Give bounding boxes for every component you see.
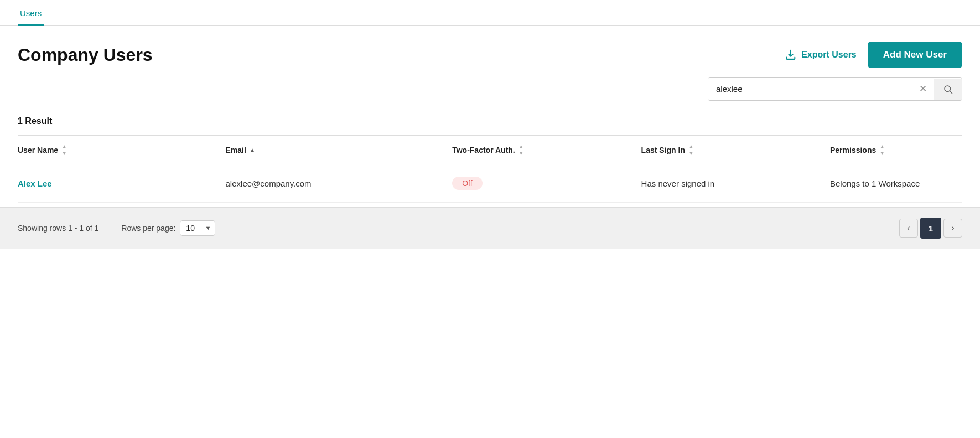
col-header-username[interactable]: User Name ▲ ▼ (18, 136, 226, 164)
rows-per-page-select[interactable]: 10 25 50 100 (180, 220, 215, 236)
sort-icon-email: ▲ (250, 147, 255, 153)
col-header-email[interactable]: Email ▲ (226, 136, 453, 164)
sort-icon-2fa: ▲ ▼ (518, 143, 524, 156)
users-table: User Name ▲ ▼ Email ▲ (18, 135, 962, 203)
page-title: Company Users (18, 45, 153, 65)
tab-users[interactable]: Users (18, 1, 44, 26)
search-clear-button[interactable]: ✕ (912, 84, 934, 94)
showing-rows-label: Showing rows 1 - 1 of 1 (18, 224, 98, 233)
result-count: 1 Result (0, 110, 980, 135)
header-actions: Export Users Add New User (785, 42, 962, 68)
search-box: ✕ (708, 77, 962, 101)
search-row: ✕ (0, 77, 980, 110)
tab-bar: Users (0, 0, 980, 26)
2fa-off-badge: Off (452, 177, 482, 190)
col-header-permissions[interactable]: Permissions ▲ ▼ (830, 136, 962, 164)
cell-username: Alex Lee (18, 164, 226, 203)
sort-icon-username: ▲ ▼ (61, 143, 67, 156)
user-link[interactable]: Alex Lee (18, 179, 52, 188)
table-footer: Showing rows 1 - 1 of 1 Rows per page: 1… (0, 207, 980, 249)
svg-line-2 (950, 91, 952, 93)
footer-left: Showing rows 1 - 1 of 1 Rows per page: 1… (18, 220, 215, 236)
add-new-user-button[interactable]: Add New User (868, 42, 962, 68)
svg-rect-0 (786, 58, 796, 60)
cell-lastsign: Has never signed in (641, 164, 830, 203)
page-header: Company Users Export Users Add New User (0, 26, 980, 77)
table-row: Alex Lee alexlee@company.com Off Has nev… (18, 164, 962, 203)
next-page-button[interactable]: › (943, 219, 962, 238)
search-icon (943, 84, 953, 94)
rows-per-page-label: Rows per page: (121, 224, 175, 233)
sort-icon-lastsign: ▲ ▼ (688, 143, 694, 156)
rows-per-page-select-wrap: 10 25 50 100 ▼ (180, 220, 215, 236)
rows-per-page-control: Rows per page: 10 25 50 100 ▼ (121, 220, 215, 236)
current-page-button[interactable]: 1 (920, 218, 941, 239)
table-container: User Name ▲ ▼ Email ▲ (0, 135, 980, 203)
col-header-2fa[interactable]: Two-Factor Auth. ▲ ▼ (452, 136, 641, 164)
cell-email: alexlee@company.com (226, 164, 453, 203)
table-header-row: User Name ▲ ▼ Email ▲ (18, 136, 962, 164)
col-header-lastsign[interactable]: Last Sign In ▲ ▼ (641, 136, 830, 164)
sort-icon-permissions: ▲ ▼ (879, 143, 885, 156)
footer-divider (110, 222, 110, 234)
cell-permissions: Belongs to 1 Workspace (830, 164, 962, 203)
export-users-label: Export Users (801, 50, 857, 60)
cell-2fa: Off (452, 164, 641, 203)
pagination: ‹ 1 › (899, 218, 962, 239)
search-submit-button[interactable] (934, 79, 962, 100)
prev-page-button[interactable]: ‹ (899, 219, 918, 238)
download-icon (785, 49, 797, 61)
search-input[interactable] (708, 78, 912, 100)
export-users-button[interactable]: Export Users (785, 49, 857, 61)
